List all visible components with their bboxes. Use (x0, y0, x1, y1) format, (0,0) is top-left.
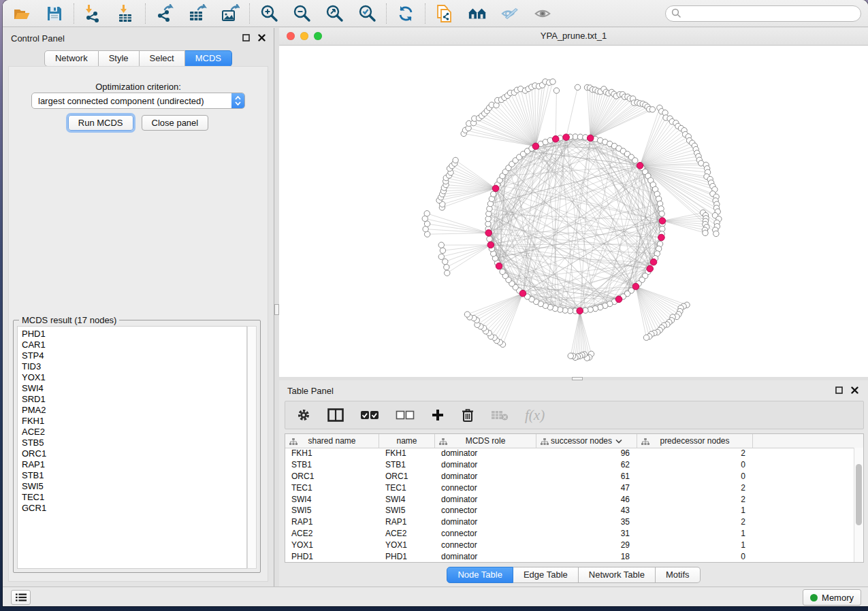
search-field[interactable] (665, 5, 861, 22)
network-leaf-node[interactable] (444, 264, 449, 269)
mcds-result-list[interactable]: PHD1CAR1STP4TID3YOX1SWI4SRD1PMA2FKH1ACE2… (17, 326, 247, 569)
deselect-all-icon[interactable] (396, 405, 415, 425)
table-row[interactable]: ORC1ORC1dominator610 (285, 471, 854, 482)
network-leaf-node[interactable] (575, 84, 580, 90)
mcds-network-node[interactable] (650, 259, 657, 265)
table-row[interactable]: RAP1RAP1dominator352 (285, 516, 854, 528)
run-mcds-button[interactable]: Run MCDS (68, 115, 133, 131)
network-leaf-node[interactable] (440, 248, 445, 253)
zoom-in-icon[interactable] (259, 4, 278, 23)
network-node[interactable] (500, 269, 505, 274)
network-node[interactable] (487, 236, 492, 242)
mcds-node-item[interactable]: STB5 (22, 437, 246, 448)
mcds-node-item[interactable]: STB1 (22, 470, 246, 481)
tab-network-table[interactable]: Network Table (579, 567, 656, 583)
network-leaf-node[interactable] (703, 230, 708, 235)
import-network-icon[interactable] (84, 4, 103, 23)
network-leaf-node[interactable] (438, 254, 444, 259)
memory-button[interactable]: Memory (803, 589, 861, 606)
network-leaf-node[interactable] (424, 221, 430, 227)
export-image-icon[interactable] (221, 4, 240, 23)
network-node[interactable] (632, 158, 638, 163)
network-leaf-node[interactable] (649, 107, 655, 112)
tab-node-table[interactable]: Node Table (447, 567, 513, 583)
mcds-network-node[interactable] (492, 185, 499, 192)
float-panel-icon[interactable] (242, 34, 250, 42)
network-canvas[interactable] (279, 46, 868, 377)
table-row[interactable]: SWI4SWI4dominator462 (285, 493, 854, 505)
mcds-network-node[interactable] (563, 134, 570, 141)
first-neighbors-icon[interactable] (468, 4, 487, 23)
add-column-icon[interactable] (431, 405, 445, 425)
tab-motifs[interactable]: Motifs (656, 567, 701, 583)
save-session-icon[interactable] (45, 4, 64, 23)
mcds-network-node[interactable] (587, 135, 594, 142)
mcds-node-item[interactable]: PHD1 (22, 329, 246, 340)
mcds-node-item[interactable]: ACE2 (22, 427, 246, 437)
mcds-list-scrollbar[interactable] (247, 326, 257, 569)
column-header-name[interactable]: name (379, 434, 435, 448)
open-session-icon[interactable] (12, 4, 31, 23)
tab-mcds[interactable]: MCDS (185, 50, 232, 67)
column-header-successor-nodes[interactable]: successor nodes (536, 434, 637, 448)
gear-icon[interactable] (296, 405, 311, 425)
columns-icon[interactable] (327, 405, 344, 425)
column-header-shared-name[interactable]: shared name (285, 434, 379, 448)
mcds-node-item[interactable]: ORC1 (22, 448, 246, 459)
network-leaf-node[interactable] (553, 88, 559, 93)
network-leaf-node[interactable] (643, 335, 649, 340)
splitter-grip[interactable] (274, 304, 279, 315)
mcds-network-node[interactable] (485, 230, 492, 237)
mcds-network-node[interactable] (632, 283, 639, 290)
network-node[interactable] (491, 191, 496, 197)
mcds-node-item[interactable]: GCR1 (22, 503, 246, 514)
mcds-node-item[interactable]: YOX1 (22, 372, 246, 383)
column-header-MCDS-role[interactable]: MCDS role (435, 434, 536, 448)
refresh-layout-icon[interactable] (396, 4, 415, 23)
task-history-button[interactable] (11, 590, 31, 605)
mcds-node-item[interactable]: SWI4 (22, 383, 246, 394)
search-input[interactable] (685, 7, 855, 19)
tab-style[interactable]: Style (99, 50, 140, 67)
network-leaf-node[interactable] (568, 353, 573, 359)
mcds-node-item[interactable]: PMA2 (22, 405, 246, 416)
mcds-network-node[interactable] (552, 135, 559, 142)
table-row[interactable]: STB1STB1dominator620 (285, 459, 854, 471)
network-leaf-node[interactable] (424, 211, 430, 216)
mcds-network-node[interactable] (659, 218, 666, 225)
network-leaf-node[interactable] (550, 79, 556, 84)
mcds-node-item[interactable]: STP4 (22, 350, 246, 361)
criterion-select[interactable]: largest connected component (undirected) (31, 93, 245, 109)
table-row[interactable]: YOX1YOX1connector291 (285, 539, 854, 550)
mcds-network-node[interactable] (496, 263, 502, 269)
tab-select[interactable]: Select (140, 50, 185, 67)
duplicate-network-icon[interactable] (435, 4, 454, 23)
column-header-predecessor-nodes[interactable]: predecessor nodes (637, 434, 753, 448)
table-row[interactable]: SWI5SWI5connector431 (285, 505, 854, 516)
mcds-node-item[interactable]: FKH1 (22, 416, 246, 427)
close-panel-icon[interactable] (258, 34, 266, 42)
show-all-icon[interactable] (533, 4, 552, 23)
zoom-selected-icon[interactable] (357, 4, 376, 23)
table-row[interactable]: TEC1TEC1connector472 (285, 482, 854, 493)
import-table-icon[interactable] (116, 4, 135, 23)
table-row[interactable]: FKH1FKH1dominator962 (285, 448, 854, 459)
zoom-fit-icon[interactable] (325, 4, 344, 23)
mcds-node-item[interactable]: TID3 (22, 361, 246, 372)
export-table-icon[interactable] (188, 4, 207, 23)
mcds-node-item[interactable]: TEC1 (22, 492, 246, 503)
network-leaf-node[interactable] (423, 226, 428, 231)
export-network-icon[interactable] (155, 4, 174, 23)
mcds-network-node[interactable] (519, 290, 526, 297)
close-panel-icon[interactable] (851, 386, 858, 394)
table-row[interactable]: ACE2ACE2connector311 (285, 528, 854, 540)
mcds-network-node[interactable] (637, 163, 643, 169)
float-panel-icon[interactable] (835, 386, 843, 394)
select-all-icon[interactable] (360, 405, 379, 425)
mcds-network-node[interactable] (532, 143, 539, 150)
mcds-network-node[interactable] (577, 308, 583, 314)
network-leaf-node[interactable] (464, 312, 470, 317)
mcds-network-node[interactable] (487, 242, 494, 248)
mcds-network-node[interactable] (658, 234, 665, 241)
scrollbar-thumb[interactable] (856, 464, 862, 525)
